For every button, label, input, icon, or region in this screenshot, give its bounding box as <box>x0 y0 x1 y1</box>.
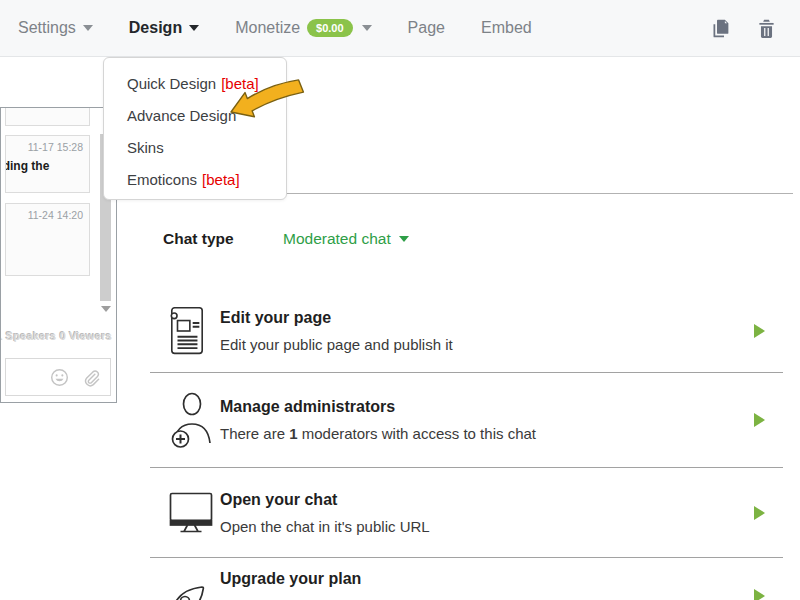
nav-settings-label: Settings <box>18 19 76 37</box>
chat-message-card <box>5 107 90 126</box>
add-user-icon <box>150 391 220 449</box>
copy-icon[interactable] <box>710 18 731 39</box>
menu-item-label: Emoticons <box>127 171 197 188</box>
moderator-count: 1 <box>289 425 297 442</box>
nav-design-label: Design <box>129 19 182 37</box>
highlight-arrow-annotation <box>227 78 307 120</box>
desc-text: There are <box>220 425 289 442</box>
desc-text: moderators with access to this chat <box>298 425 536 442</box>
scroll-down-icon[interactable] <box>101 306 111 312</box>
row-text: Edit your page Edit your public page and… <box>220 309 453 353</box>
chat-type-label: Chat type <box>163 230 283 248</box>
nav-page-label: Page <box>408 19 445 37</box>
menu-item-label: Skins <box>127 139 164 156</box>
attachment-icon[interactable] <box>82 368 101 387</box>
chat-type-value: Moderated chat <box>283 230 391 248</box>
top-nav: Settings Design Monetize $0.00 Page Embe… <box>0 0 800 57</box>
chevron-down-icon <box>362 25 372 31</box>
monitor-icon <box>150 491 220 535</box>
row-manage-administrators[interactable]: Manage administrators There are 1 modera… <box>150 372 783 467</box>
go-arrow-icon[interactable] <box>754 324 765 338</box>
go-arrow-icon[interactable] <box>754 589 765 600</box>
row-description: Edit your public page and publish it <box>220 336 453 353</box>
row-title: Edit your page <box>220 309 453 327</box>
chevron-down-icon <box>189 25 199 31</box>
row-open-your-chat[interactable]: Open your chat Open the chat in it's pub… <box>150 467 783 557</box>
row-edit-your-page[interactable]: Edit your page Edit your public page and… <box>150 290 783 372</box>
app-window: Settings Design Monetize $0.00 Page Embe… <box>0 0 800 600</box>
go-arrow-icon[interactable] <box>754 413 765 427</box>
row-title: Open your chat <box>220 491 430 509</box>
menu-item-skins[interactable]: Skins <box>104 132 286 164</box>
row-description: There are 1 moderators with access to th… <box>220 425 536 442</box>
row-text: Manage administrators There are 1 modera… <box>220 398 536 442</box>
menu-item-emoticons[interactable]: Emoticons[beta] <box>104 164 286 196</box>
menu-item-label: Advance Design <box>127 107 236 124</box>
row-description: Open the chat in it's public URL <box>220 518 430 535</box>
settings-action-list: Edit your page Edit your public page and… <box>150 290 783 600</box>
trash-icon[interactable] <box>757 18 776 39</box>
nav-monetize[interactable]: Monetize $0.00 <box>235 19 371 37</box>
message-timestamp: 11-17 15:28 <box>6 136 89 153</box>
row-text: Open your chat Open the chat in it's pub… <box>220 491 430 535</box>
message-timestamp: 11-24 14:20 <box>6 204 89 221</box>
monetize-balance-badge: $0.00 <box>307 19 353 37</box>
chat-message-card: 11-17 15:28 rding the <box>5 135 90 193</box>
chat-message-card: 11-24 14:20 <box>5 203 90 276</box>
row-upgrade-your-plan[interactable]: Upgrade your plan <box>150 557 783 600</box>
row-text: Upgrade your plan <box>220 570 361 597</box>
chevron-down-icon <box>83 25 93 31</box>
speakers-viewers-status: 1 Speakers 0 Viewers <box>0 330 112 342</box>
row-title: Manage administrators <box>220 398 536 416</box>
rocket-icon <box>150 584 220 600</box>
nav-monetize-label: Monetize <box>235 19 300 37</box>
nav-page[interactable]: Page <box>408 19 445 37</box>
nav-design[interactable]: Design <box>129 19 199 37</box>
chat-type-row: Chat type Moderated chat <box>163 230 409 248</box>
nav-action-icons <box>710 18 776 39</box>
page-edit-icon <box>150 305 220 357</box>
beta-tag: [beta] <box>202 171 240 188</box>
nav-embed[interactable]: Embed <box>481 19 532 37</box>
nav-settings[interactable]: Settings <box>18 19 93 37</box>
chat-type-select[interactable]: Moderated chat <box>283 230 409 248</box>
message-text: rding the <box>5 159 89 173</box>
emoji-icon[interactable] <box>50 368 69 387</box>
chevron-down-icon <box>399 236 409 242</box>
chat-preview-panel: 11-17 15:28 rding the 11-24 14:20 1 Spea… <box>0 107 117 403</box>
menu-item-label: Quick Design <box>127 75 216 92</box>
nav-embed-label: Embed <box>481 19 532 37</box>
row-title: Upgrade your plan <box>220 570 361 588</box>
go-arrow-icon[interactable] <box>754 506 765 520</box>
chat-input-bar[interactable] <box>5 358 111 396</box>
